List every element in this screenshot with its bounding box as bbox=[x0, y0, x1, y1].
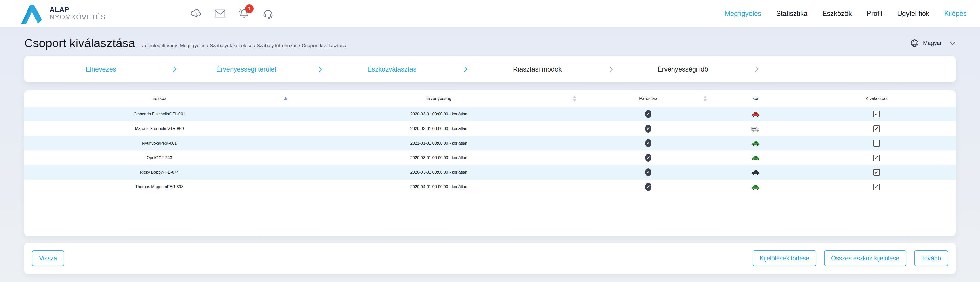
sort-icon[interactable] bbox=[283, 97, 288, 100]
column-label: Kiválasztás bbox=[865, 96, 888, 101]
logo-icon bbox=[20, 3, 43, 24]
nav-item[interactable]: Kilépés bbox=[944, 10, 967, 18]
title-row: Csoport kiválasztása Jelenleg itt vagy: … bbox=[0, 27, 980, 50]
chevron-right-icon bbox=[462, 67, 467, 72]
stepper-step: Riasztási módok bbox=[476, 65, 622, 73]
clear-selections-button[interactable]: Kijelölések törlése bbox=[752, 250, 816, 266]
validity-cell: 2020-04-01 00:00:00 - korlátlan bbox=[294, 185, 583, 189]
language-label: Magyar bbox=[923, 40, 942, 46]
table-row: NyunyókaPRK-001 2021-01-01 00:00:00 - ko… bbox=[24, 136, 956, 150]
stepper-step: Érvényességi terület bbox=[185, 65, 331, 73]
paired-check-icon: ✓ bbox=[645, 183, 651, 191]
select-checkbox[interactable] bbox=[873, 111, 880, 118]
table-row: Ricky BobbyPFB-874 2020-03-01 00:00:00 -… bbox=[24, 165, 956, 180]
column-header[interactable]: Érvényesség bbox=[294, 96, 583, 101]
validity-cell: 2021-01-01 00:00:00 - korlátlan bbox=[294, 141, 583, 146]
table-row: OpelOGT-243 2020-03-01 00:00:00 - korlát… bbox=[24, 150, 956, 165]
nav-item[interactable]: Statisztika bbox=[776, 10, 807, 18]
step-separator bbox=[744, 67, 767, 71]
brand-name: ALAP bbox=[49, 6, 106, 14]
sort-icon[interactable] bbox=[573, 96, 576, 102]
column-label: Párosítva bbox=[639, 96, 658, 101]
nav-item[interactable]: Ügyfél fiók bbox=[897, 10, 929, 18]
chevron-right-icon bbox=[753, 67, 758, 72]
column-header[interactable]: Párosítva bbox=[583, 96, 713, 101]
step-label[interactable]: Érvényességi idő bbox=[622, 65, 744, 73]
paired-check-icon: ✓ bbox=[645, 168, 651, 176]
breadcrumb: Jelenleg itt vagy: Megfigyelés / Szabály… bbox=[142, 43, 346, 49]
paired-check-icon: ✓ bbox=[645, 125, 651, 132]
device-name-cell: Giancarlo FisichellaGFL-001 bbox=[24, 112, 294, 116]
table-row: Thomas MagnumFER-308 2020-04-01 00:00:00… bbox=[24, 180, 956, 194]
chevron-right-icon bbox=[316, 67, 321, 72]
bell-icon[interactable]: 1 bbox=[238, 7, 250, 20]
select-checkbox[interactable] bbox=[873, 169, 880, 176]
wizard-stepper: Elnevezés Érvényességi terület Eszközvál… bbox=[24, 56, 956, 82]
column-header[interactable]: Kiválasztás bbox=[797, 96, 956, 101]
stepper-step: Elnevezés bbox=[40, 65, 185, 73]
nav-item[interactable]: Eszközök bbox=[822, 10, 852, 18]
step-separator bbox=[453, 67, 476, 71]
chevron-right-icon bbox=[171, 67, 176, 72]
language-selector[interactable]: Magyar bbox=[910, 39, 956, 48]
column-header[interactable]: Ikon bbox=[713, 96, 797, 101]
device-name-cell: Thomas MagnumFER-308 bbox=[24, 185, 294, 189]
chevron-down-icon bbox=[950, 40, 955, 45]
select-checkbox[interactable] bbox=[873, 155, 880, 161]
device-name-cell: Ricky BobbyPFB-874 bbox=[24, 170, 294, 175]
car-green-icon bbox=[713, 140, 797, 147]
stepper-step: Eszközválasztás bbox=[331, 65, 476, 73]
paired-check-icon: ✓ bbox=[645, 154, 651, 162]
device-name-cell: Marcus GrönholmVTR-850 bbox=[24, 126, 294, 131]
column-label: Eszköz bbox=[153, 96, 166, 101]
validity-cell: 2020-03-01 00:00:00 - korlátlan bbox=[294, 126, 583, 131]
table-header-row: Eszköz Érvényesség Párosítva Ikon Kivála… bbox=[24, 91, 956, 107]
column-label: Érvényesség bbox=[426, 96, 451, 101]
table-row: Giancarlo FisichellaGFL-001 2020-03-01 0… bbox=[24, 107, 956, 121]
step-label[interactable]: Érvényességi terület bbox=[185, 65, 308, 73]
step-label[interactable]: Elnevezés bbox=[40, 65, 162, 73]
column-header[interactable]: Eszköz bbox=[24, 96, 294, 101]
footer-bar: Vissza Kijelölések törlése Összes eszköz… bbox=[24, 243, 956, 274]
chevron-right-icon bbox=[607, 67, 612, 72]
validity-cell: 2020-03-01 00:00:00 - korlátlan bbox=[294, 112, 583, 116]
table-row: Marcus GrönholmVTR-850 2020-03-01 00:00:… bbox=[24, 121, 956, 136]
brand[interactable]: ALAP NYOMKÖVETÉS bbox=[20, 3, 106, 24]
select-checkbox[interactable] bbox=[873, 126, 880, 132]
cloud-download-icon[interactable] bbox=[190, 7, 202, 20]
paired-check-icon: ✓ bbox=[645, 139, 651, 147]
step-separator bbox=[308, 67, 331, 71]
step-label[interactable]: Riasztási módok bbox=[476, 65, 599, 73]
select-checkbox[interactable] bbox=[873, 184, 880, 190]
table-body: Giancarlo FisichellaGFL-001 2020-03-01 0… bbox=[24, 107, 956, 194]
brand-subtitle: NYOMKÖVETÉS bbox=[49, 14, 106, 21]
car-green-icon bbox=[713, 155, 797, 161]
device-name-cell: NyunyókaPRK-001 bbox=[24, 141, 294, 146]
sort-icon[interactable] bbox=[703, 96, 707, 102]
back-button[interactable]: Vissza bbox=[32, 250, 64, 266]
step-separator bbox=[599, 67, 622, 71]
headset-icon[interactable] bbox=[262, 7, 274, 20]
car-green-icon bbox=[713, 184, 797, 190]
column-label: Ikon bbox=[751, 96, 759, 101]
footer-actions: Kijelölések törlése Összes eszköz kijelö… bbox=[752, 250, 948, 266]
mail-icon[interactable] bbox=[214, 7, 226, 20]
paired-check-icon: ✓ bbox=[645, 110, 651, 118]
page-title: Csoport kiválasztása bbox=[24, 36, 135, 50]
stepper-step: Érvényességi idő bbox=[622, 65, 767, 73]
brand-text: ALAP NYOMKÖVETÉS bbox=[49, 6, 106, 21]
select-all-devices-button[interactable]: Összes eszköz kijelölése bbox=[824, 250, 907, 266]
app-header: ALAP NYOMKÖVETÉS 1 bbox=[0, 0, 980, 27]
car-black-icon bbox=[713, 169, 797, 176]
device-table: Eszköz Érvényesség Párosítva Ikon Kivála… bbox=[24, 91, 956, 236]
car-red-icon bbox=[713, 111, 797, 118]
nav-item[interactable]: Megfigyelés bbox=[724, 10, 761, 18]
device-name-cell: OpelOGT-243 bbox=[24, 156, 294, 160]
validity-cell: 2020-03-01 00:00:00 - korlátlan bbox=[294, 156, 583, 160]
next-button[interactable]: Tovább bbox=[914, 250, 948, 266]
validity-cell: 2020-03-01 00:00:00 - korlátlan bbox=[294, 170, 583, 175]
nav-item[interactable]: Profil bbox=[867, 10, 883, 18]
van-white-icon bbox=[713, 126, 797, 132]
select-checkbox[interactable] bbox=[873, 140, 880, 147]
step-label[interactable]: Eszközválasztás bbox=[331, 65, 453, 73]
